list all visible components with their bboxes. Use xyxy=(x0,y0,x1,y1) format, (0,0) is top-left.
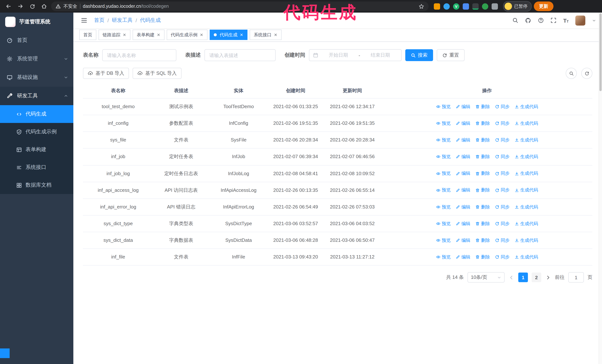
sync-link[interactable]: 同步 xyxy=(495,187,510,194)
table-name-input[interactable] xyxy=(102,49,176,61)
delete-link[interactable]: 删除 xyxy=(475,254,490,260)
preview-link[interactable]: 预览 xyxy=(436,187,451,194)
preview-link[interactable]: 预览 xyxy=(436,137,451,144)
search-icon[interactable] xyxy=(513,17,518,23)
security-warning-icon[interactable] xyxy=(55,4,61,9)
extension-green-v-icon[interactable]: V xyxy=(453,3,459,10)
search-button[interactable]: 搜索 xyxy=(405,49,433,61)
preview-link[interactable]: 预览 xyxy=(436,120,451,127)
date-range-picker[interactable]: 开始日期 - 结束日期 xyxy=(309,49,402,61)
generate-code-link[interactable]: 生成代码 xyxy=(514,220,538,227)
generate-code-link[interactable]: 生成代码 xyxy=(514,120,538,127)
sync-link[interactable]: 同步 xyxy=(495,254,510,260)
back-icon[interactable] xyxy=(4,1,13,11)
breadcrumb-home[interactable]: 首页 xyxy=(94,17,105,24)
sync-link[interactable]: 同步 xyxy=(495,170,510,177)
close-icon[interactable] xyxy=(274,33,278,37)
forward-icon[interactable] xyxy=(16,1,25,11)
sidebar-item-infrastructure[interactable]: 基础设施 xyxy=(0,68,73,87)
preview-link[interactable]: 预览 xyxy=(436,153,451,160)
edit-link[interactable]: 编辑 xyxy=(455,220,470,227)
edit-link[interactable]: 编辑 xyxy=(455,170,470,177)
edit-link[interactable]: 编辑 xyxy=(455,237,470,244)
edit-link[interactable]: 编辑 xyxy=(455,153,470,160)
browser-update-button[interactable]: 更新 xyxy=(534,1,553,11)
preview-link[interactable]: 预览 xyxy=(436,237,451,244)
delete-link[interactable]: 删除 xyxy=(475,120,490,127)
generate-code-link[interactable]: 生成代码 xyxy=(514,170,538,177)
sidebar-item-dev-tools[interactable]: 研发工具 xyxy=(0,87,73,105)
sidebar-subitem-system-api[interactable]: 系统接口 xyxy=(0,158,73,176)
close-icon[interactable] xyxy=(123,33,126,37)
sidebar-logo[interactable]: 芋道管理系统 xyxy=(0,13,73,31)
tab-codegen-example[interactable]: 代码生成示例 xyxy=(167,30,207,40)
delete-link[interactable]: 删除 xyxy=(475,187,490,194)
tab-home[interactable]: 首页 xyxy=(79,30,96,40)
extension-puzzle-icon[interactable] xyxy=(492,3,498,10)
page-size-select[interactable]: 10条/页 xyxy=(468,272,505,283)
tab-form-builder[interactable]: 表单构建 xyxy=(133,30,164,40)
delete-link[interactable]: 删除 xyxy=(475,153,490,160)
help-icon[interactable] xyxy=(538,17,544,23)
breadcrumb-dev-tools[interactable]: 研发工具 xyxy=(112,17,133,24)
delete-link[interactable]: 删除 xyxy=(475,237,490,244)
prev-page-button[interactable] xyxy=(508,275,515,280)
generate-code-link[interactable]: 生成代码 xyxy=(514,187,538,194)
delete-link[interactable]: 删除 xyxy=(475,203,490,210)
edit-link[interactable]: 编辑 xyxy=(455,137,470,144)
extension-monitor-icon[interactable] xyxy=(472,3,479,10)
home-icon[interactable] xyxy=(39,1,49,11)
sync-link[interactable]: 同步 xyxy=(495,103,510,110)
import-db-button[interactable]: 基于 DB 导入 xyxy=(83,68,129,79)
sync-link[interactable]: 同步 xyxy=(495,120,510,127)
delete-link[interactable]: 删除 xyxy=(475,170,490,177)
sidebar-item-home[interactable]: 首页 xyxy=(0,31,73,50)
table-desc-input[interactable] xyxy=(204,49,276,61)
start-date-placeholder[interactable]: 开始日期 xyxy=(321,52,356,59)
page-2-button[interactable]: 2 xyxy=(532,273,541,282)
edit-link[interactable]: 编辑 xyxy=(455,203,470,210)
close-icon[interactable] xyxy=(200,33,203,37)
refresh-table-button[interactable] xyxy=(581,68,592,79)
generate-code-link[interactable]: 生成代码 xyxy=(514,137,538,144)
close-icon[interactable] xyxy=(157,33,161,37)
edit-link[interactable]: 编辑 xyxy=(455,120,470,127)
edit-link[interactable]: 编辑 xyxy=(455,103,470,110)
preview-link[interactable]: 预览 xyxy=(436,203,451,210)
end-date-placeholder[interactable]: 结束日期 xyxy=(363,52,398,59)
preview-link[interactable]: 预览 xyxy=(436,220,451,227)
preview-link[interactable]: 预览 xyxy=(436,103,451,110)
address-bar[interactable]: 不安全 dashboard.yudao.iocoder.cn/tool/code… xyxy=(51,1,429,11)
edit-link[interactable]: 编辑 xyxy=(455,254,470,260)
preview-link[interactable]: 预览 xyxy=(436,254,451,260)
generate-code-link[interactable]: 生成代码 xyxy=(514,237,538,244)
sync-link[interactable]: 同步 xyxy=(495,203,510,210)
sidebar-subitem-codegen[interactable]: 代码生成 xyxy=(0,105,73,123)
import-sql-button[interactable]: 基于 SQL 导入 xyxy=(133,68,182,79)
bottom-left-blue-button[interactable] xyxy=(0,348,10,358)
tab-system-api[interactable]: 系统接口 xyxy=(250,30,281,40)
reset-button[interactable]: 重置 xyxy=(437,49,464,61)
generate-code-link[interactable]: 生成代码 xyxy=(514,103,538,110)
delete-link[interactable]: 删除 xyxy=(475,103,490,110)
font-size-icon[interactable]: TT xyxy=(563,17,569,23)
sidebar-subitem-codegen-example[interactable]: 代码生成示例 xyxy=(0,123,73,141)
extension-orange-icon[interactable] xyxy=(434,3,440,10)
sync-link[interactable]: 同步 xyxy=(495,237,510,244)
tab-codegen[interactable]: 代码生成 xyxy=(210,30,247,40)
reload-icon[interactable] xyxy=(27,1,37,11)
delete-link[interactable]: 删除 xyxy=(475,137,490,144)
sidebar-toggle-icon[interactable] xyxy=(79,16,89,25)
profile-chip[interactable]: 已暂停 xyxy=(503,1,532,11)
scrollbar[interactable] xyxy=(599,13,602,364)
toggle-search-button[interactable] xyxy=(566,68,577,79)
page-1-button[interactable]: 1 xyxy=(518,273,528,282)
generate-code-link[interactable]: 生成代码 xyxy=(514,153,538,160)
delete-link[interactable]: 删除 xyxy=(475,220,490,227)
sync-link[interactable]: 同步 xyxy=(495,137,510,144)
extension-people-icon[interactable] xyxy=(463,3,469,10)
next-page-button[interactable] xyxy=(545,275,551,280)
sync-link[interactable]: 同步 xyxy=(495,220,510,227)
preview-link[interactable]: 预览 xyxy=(436,170,451,177)
generate-code-link[interactable]: 生成代码 xyxy=(514,203,538,210)
